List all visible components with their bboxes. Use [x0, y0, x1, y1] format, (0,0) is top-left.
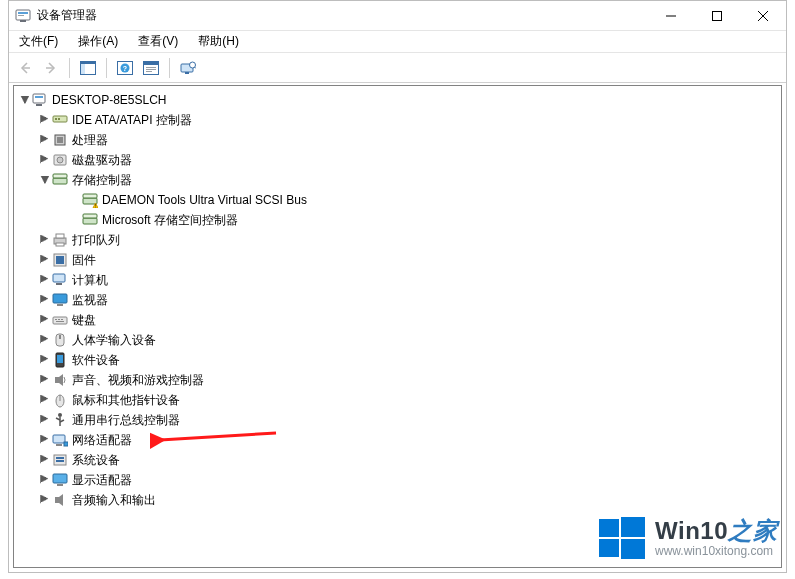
tree-item[interactable]: ⯈通用串行总线控制器 — [14, 410, 781, 430]
svg-rect-15 — [146, 71, 152, 72]
window-controls — [648, 1, 786, 30]
tree-item[interactable]: ⯈软件设备 — [14, 350, 781, 370]
toolbar-help-button[interactable]: ? — [113, 56, 137, 80]
tree-item[interactable]: ⯈鼠标和其他指针设备 — [14, 390, 781, 410]
expander-icon[interactable]: ⯆ — [18, 90, 32, 110]
tree-root[interactable]: ⯆DESKTOP-8E5SLCH — [14, 90, 781, 110]
tree-item[interactable]: ⯈音频输入和输出 — [14, 490, 781, 510]
toolbar-forward-button[interactable] — [39, 56, 63, 80]
audio-icon — [52, 372, 68, 388]
expander-icon[interactable]: ⯈ — [38, 250, 52, 270]
expander-icon[interactable]: ⯈ — [38, 390, 52, 410]
window-title: 设备管理器 — [37, 7, 97, 24]
expander-icon[interactable]: ⯈ — [38, 130, 52, 150]
tree-item-label: 鼠标和其他指针设备 — [72, 390, 180, 410]
expander-icon[interactable]: ⯈ — [38, 330, 52, 350]
toolbar-back-button[interactable] — [13, 56, 37, 80]
titlebar: 设备管理器 — [9, 1, 786, 31]
menu-view[interactable]: 查看(V) — [134, 31, 182, 52]
expander-icon[interactable]: ⯈ — [38, 410, 52, 430]
hid-icon — [52, 332, 68, 348]
firmware-icon — [52, 252, 68, 268]
tree-item[interactable]: ⯈系统设备 — [14, 450, 781, 470]
tree-item-label: 打印队列 — [72, 230, 120, 250]
software-icon — [52, 352, 68, 368]
device-tree: ⯆DESKTOP-8E5SLCH⯈IDE ATA/ATAPI 控制器⯈处理器⯈磁… — [14, 86, 781, 514]
toolbar-showhide-button[interactable] — [76, 56, 100, 80]
toolbar-scan-button[interactable] — [176, 56, 200, 80]
tree-item-label: 键盘 — [72, 310, 96, 330]
tree-item[interactable]: ⯈打印队列 — [14, 230, 781, 250]
toolbar-separator — [69, 58, 70, 78]
tree-item[interactable]: ⯈网络适配器 — [14, 430, 781, 450]
toolbar-separator — [106, 58, 107, 78]
cpu-icon — [52, 132, 68, 148]
expander-icon[interactable]: ⯆ — [38, 170, 52, 190]
tree-item[interactable]: ⯈计算机 — [14, 270, 781, 290]
svg-rect-2 — [18, 15, 24, 16]
disk-icon — [52, 152, 68, 168]
tree-item[interactable]: ⯈监视器 — [14, 290, 781, 310]
root-icon — [32, 92, 48, 108]
tree-item-label: 人体学输入设备 — [72, 330, 156, 350]
storage-icon — [52, 172, 68, 188]
menu-file[interactable]: 文件(F) — [15, 31, 62, 52]
tree-item[interactable]: DAEMON Tools Ultra Virtual SCSI Bus — [14, 190, 781, 210]
tree-item-label: DAEMON Tools Ultra Virtual SCSI Bus — [102, 190, 307, 210]
ide-icon — [52, 112, 68, 128]
content-area: ⯆DESKTOP-8E5SLCH⯈IDE ATA/ATAPI 控制器⯈处理器⯈磁… — [9, 83, 786, 572]
tree-item[interactable]: ⯈处理器 — [14, 130, 781, 150]
tree-item[interactable]: ⯈人体学输入设备 — [14, 330, 781, 350]
maximize-button[interactable] — [694, 1, 740, 30]
menu-action[interactable]: 操作(A) — [74, 31, 122, 52]
expander-icon[interactable]: ⯈ — [38, 310, 52, 330]
svg-rect-1 — [18, 12, 28, 14]
tree-item[interactable]: ⯆存储控制器 — [14, 170, 781, 190]
tree-item-label: 声音、视频和游戏控制器 — [72, 370, 204, 390]
device-tree-frame[interactable]: ⯆DESKTOP-8E5SLCH⯈IDE ATA/ATAPI 控制器⯈处理器⯈磁… — [13, 85, 782, 568]
expander-icon[interactable]: ⯈ — [38, 450, 52, 470]
svg-text:?: ? — [123, 65, 127, 72]
tree-item-label: 计算机 — [72, 270, 108, 290]
tree-item-label: Microsoft 存储空间控制器 — [102, 210, 238, 230]
tree-item-label: DESKTOP-8E5SLCH — [52, 90, 167, 110]
tree-item[interactable]: Microsoft 存储空间控制器 — [14, 210, 781, 230]
expander-icon[interactable]: ⯈ — [38, 110, 52, 130]
expander-icon[interactable]: ⯈ — [38, 150, 52, 170]
expander-icon[interactable]: ⯈ — [38, 370, 52, 390]
display-icon — [52, 472, 68, 488]
system-icon — [52, 452, 68, 468]
usb-icon — [52, 412, 68, 428]
svg-rect-14 — [146, 69, 156, 70]
expander-icon[interactable]: ⯈ — [38, 430, 52, 450]
device-manager-window: 设备管理器 文件(F) 操作(A) 查看(V) 帮助(H) — [8, 0, 787, 573]
storage-icon — [82, 212, 98, 228]
app-icon — [15, 8, 31, 24]
expander-icon[interactable]: ⯈ — [38, 490, 52, 510]
tree-item-label: 系统设备 — [72, 450, 120, 470]
expander-icon[interactable]: ⯈ — [38, 270, 52, 290]
expander-icon[interactable]: ⯈ — [38, 350, 52, 370]
tree-item[interactable]: ⯈磁盘驱动器 — [14, 150, 781, 170]
tree-item-label: 显示适配器 — [72, 470, 132, 490]
tree-item[interactable]: ⯈声音、视频和游戏控制器 — [14, 370, 781, 390]
svg-rect-3 — [20, 20, 26, 22]
expander-icon[interactable]: ⯈ — [38, 230, 52, 250]
minimize-button[interactable] — [648, 1, 694, 30]
tree-item[interactable]: ⯈IDE ATA/ATAPI 控制器 — [14, 110, 781, 130]
toolbar-properties-button[interactable] — [139, 56, 163, 80]
mouse-icon — [52, 392, 68, 408]
tree-item-label: 通用串行总线控制器 — [72, 410, 180, 430]
expander-icon[interactable]: ⯈ — [38, 290, 52, 310]
monitor-icon — [52, 292, 68, 308]
tree-item[interactable]: ⯈固件 — [14, 250, 781, 270]
toolbar: ? — [9, 53, 786, 83]
tree-item-label: IDE ATA/ATAPI 控制器 — [72, 110, 192, 130]
expander-icon[interactable]: ⯈ — [38, 470, 52, 490]
tree-item[interactable]: ⯈键盘 — [14, 310, 781, 330]
close-button[interactable] — [740, 1, 786, 30]
tree-item-label: 网络适配器 — [72, 430, 132, 450]
svg-rect-12 — [144, 62, 158, 65]
tree-item[interactable]: ⯈显示适配器 — [14, 470, 781, 490]
menu-help[interactable]: 帮助(H) — [194, 31, 243, 52]
